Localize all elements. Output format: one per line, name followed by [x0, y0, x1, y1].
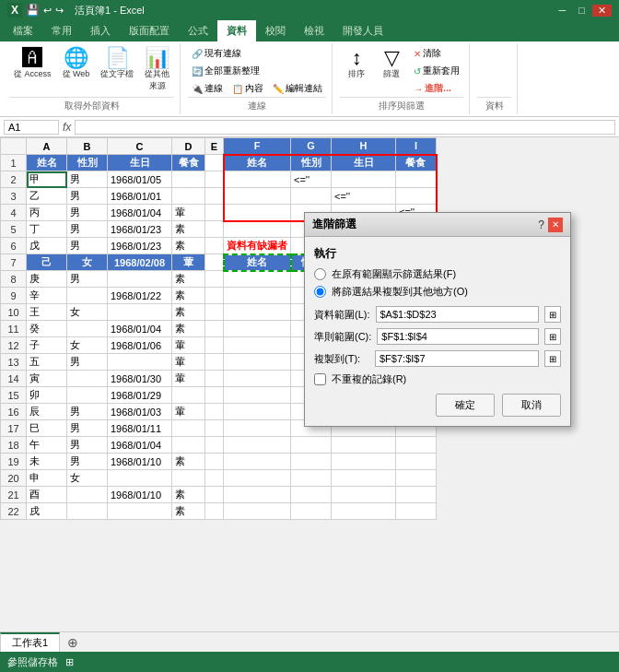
criteria-range-input[interactable] — [377, 328, 539, 345]
no-duplicates-row: 不重複的記錄(R) — [314, 372, 561, 386]
list-range-row: 資料範圍(L): ⊞ — [314, 306, 561, 323]
dialog-section-action: 執行 在原有範圍顯示篩選結果(F) 將篩選結果複製到其他地方(O) — [314, 246, 561, 299]
list-range-picker[interactable]: ⊞ — [544, 306, 561, 323]
confirm-btn[interactable]: 確定 — [436, 394, 495, 417]
no-duplicates-label: 不重複的記錄(R) — [332, 372, 406, 386]
criteria-range-row: 準則範圍(C): ⊞ — [314, 328, 561, 345]
radio-in-place-label: 在原有範圍顯示篩選結果(F) — [332, 267, 456, 281]
radio-in-place[interactable] — [314, 268, 326, 280]
dialog-section-label: 執行 — [314, 246, 561, 262]
copy-to-label: 複製到(T): — [314, 352, 369, 366]
dialog-body: 執行 在原有範圍顯示篩選結果(F) 將篩選結果複製到其他地方(O) 資料範圍(L… — [305, 237, 570, 426]
radio-copy-to[interactable] — [314, 286, 326, 298]
no-duplicates-check[interactable] — [314, 373, 326, 385]
dialog-buttons: 確定 取消 — [314, 394, 561, 417]
list-range-input[interactable] — [376, 306, 540, 323]
dialog-title-btns: ? ✕ — [538, 218, 563, 232]
criteria-range-picker[interactable]: ⊞ — [544, 328, 561, 345]
copy-to-picker[interactable]: ⊞ — [544, 350, 561, 367]
advanced-filter-dialog: 進階篩選 ? ✕ 執行 在原有範圍顯示篩選結果(F) 將篩選結果複製到其他地方(… — [304, 212, 571, 427]
cancel-btn[interactable]: 取消 — [502, 394, 561, 417]
dialog-close-btn[interactable]: ✕ — [548, 218, 563, 232]
dialog-overlay: 進階篩選 ? ✕ 執行 在原有範圍顯示篩選結果(F) 將篩選結果複製到其他地方(… — [0, 0, 619, 672]
radio-copy-to-label: 將篩選結果複製到其他地方(O) — [332, 285, 468, 299]
list-range-label: 資料範圍(L): — [314, 308, 370, 322]
dialog-help-btn[interactable]: ? — [538, 218, 544, 232]
criteria-range-label: 準則範圍(C): — [314, 330, 371, 344]
radio-row-1: 在原有範圍顯示篩選結果(F) — [314, 267, 561, 281]
copy-to-input[interactable] — [375, 350, 539, 367]
dialog-title-text: 進階篩選 — [312, 217, 356, 232]
dialog-title-bar: 進階篩選 ? ✕ — [305, 213, 570, 237]
radio-row-2: 將篩選結果複製到其他地方(O) — [314, 285, 561, 299]
copy-to-row: 複製到(T): ⊞ — [314, 350, 561, 367]
